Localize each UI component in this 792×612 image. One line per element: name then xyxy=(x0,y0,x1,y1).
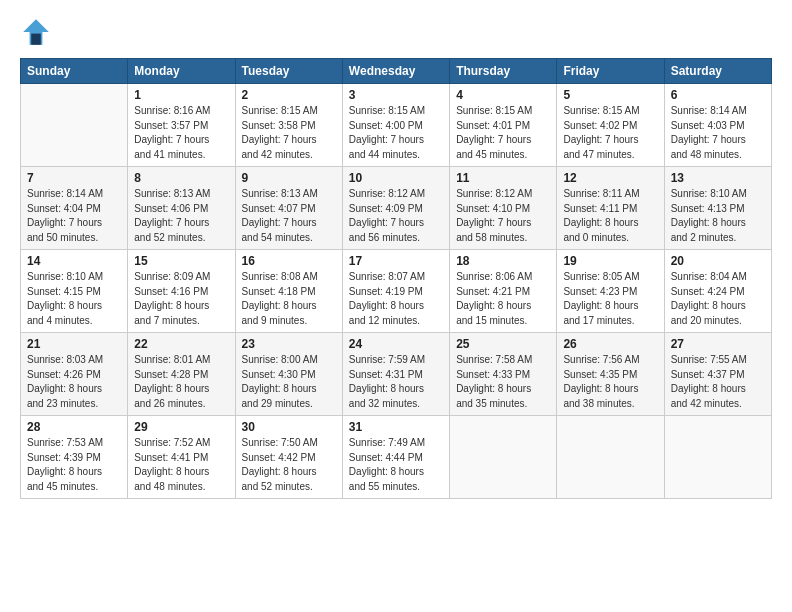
weekday-monday: Monday xyxy=(128,59,235,84)
day-info: Sunrise: 8:15 AM Sunset: 3:58 PM Dayligh… xyxy=(242,104,336,162)
calendar-cell: 11Sunrise: 8:12 AM Sunset: 4:10 PM Dayli… xyxy=(450,167,557,250)
header xyxy=(20,16,772,48)
calendar-body: 1Sunrise: 8:16 AM Sunset: 3:57 PM Daylig… xyxy=(21,84,772,499)
day-number: 14 xyxy=(27,254,121,268)
day-number: 11 xyxy=(456,171,550,185)
day-info: Sunrise: 8:13 AM Sunset: 4:07 PM Dayligh… xyxy=(242,187,336,245)
day-info: Sunrise: 7:49 AM Sunset: 4:44 PM Dayligh… xyxy=(349,436,443,494)
day-info: Sunrise: 8:01 AM Sunset: 4:28 PM Dayligh… xyxy=(134,353,228,411)
calendar-cell: 14Sunrise: 8:10 AM Sunset: 4:15 PM Dayli… xyxy=(21,250,128,333)
calendar-header: SundayMondayTuesdayWednesdayThursdayFrid… xyxy=(21,59,772,84)
calendar-cell: 1Sunrise: 8:16 AM Sunset: 3:57 PM Daylig… xyxy=(128,84,235,167)
calendar-cell: 8Sunrise: 8:13 AM Sunset: 4:06 PM Daylig… xyxy=(128,167,235,250)
day-info: Sunrise: 8:06 AM Sunset: 4:21 PM Dayligh… xyxy=(456,270,550,328)
day-number: 26 xyxy=(563,337,657,351)
day-info: Sunrise: 8:08 AM Sunset: 4:18 PM Dayligh… xyxy=(242,270,336,328)
day-info: Sunrise: 8:12 AM Sunset: 4:09 PM Dayligh… xyxy=(349,187,443,245)
day-number: 25 xyxy=(456,337,550,351)
calendar-cell: 12Sunrise: 8:11 AM Sunset: 4:11 PM Dayli… xyxy=(557,167,664,250)
calendar-cell: 21Sunrise: 8:03 AM Sunset: 4:26 PM Dayli… xyxy=(21,333,128,416)
calendar-cell: 25Sunrise: 7:58 AM Sunset: 4:33 PM Dayli… xyxy=(450,333,557,416)
calendar-cell: 27Sunrise: 7:55 AM Sunset: 4:37 PM Dayli… xyxy=(664,333,771,416)
day-number: 10 xyxy=(349,171,443,185)
calendar-cell: 28Sunrise: 7:53 AM Sunset: 4:39 PM Dayli… xyxy=(21,416,128,499)
calendar-cell: 20Sunrise: 8:04 AM Sunset: 4:24 PM Dayli… xyxy=(664,250,771,333)
day-number: 30 xyxy=(242,420,336,434)
day-info: Sunrise: 8:00 AM Sunset: 4:30 PM Dayligh… xyxy=(242,353,336,411)
calendar-cell: 17Sunrise: 8:07 AM Sunset: 4:19 PM Dayli… xyxy=(342,250,449,333)
day-number: 2 xyxy=(242,88,336,102)
calendar-cell: 19Sunrise: 8:05 AM Sunset: 4:23 PM Dayli… xyxy=(557,250,664,333)
day-info: Sunrise: 8:13 AM Sunset: 4:06 PM Dayligh… xyxy=(134,187,228,245)
calendar-cell: 24Sunrise: 7:59 AM Sunset: 4:31 PM Dayli… xyxy=(342,333,449,416)
day-info: Sunrise: 8:10 AM Sunset: 4:15 PM Dayligh… xyxy=(27,270,121,328)
calendar-cell: 9Sunrise: 8:13 AM Sunset: 4:07 PM Daylig… xyxy=(235,167,342,250)
day-info: Sunrise: 7:52 AM Sunset: 4:41 PM Dayligh… xyxy=(134,436,228,494)
calendar-cell: 23Sunrise: 8:00 AM Sunset: 4:30 PM Dayli… xyxy=(235,333,342,416)
day-info: Sunrise: 8:16 AM Sunset: 3:57 PM Dayligh… xyxy=(134,104,228,162)
calendar-cell: 6Sunrise: 8:14 AM Sunset: 4:03 PM Daylig… xyxy=(664,84,771,167)
calendar-cell: 22Sunrise: 8:01 AM Sunset: 4:28 PM Dayli… xyxy=(128,333,235,416)
day-info: Sunrise: 8:15 AM Sunset: 4:02 PM Dayligh… xyxy=(563,104,657,162)
day-number: 20 xyxy=(671,254,765,268)
weekday-saturday: Saturday xyxy=(664,59,771,84)
day-number: 5 xyxy=(563,88,657,102)
day-info: Sunrise: 7:59 AM Sunset: 4:31 PM Dayligh… xyxy=(349,353,443,411)
day-number: 1 xyxy=(134,88,228,102)
logo-icon xyxy=(20,16,52,48)
day-number: 3 xyxy=(349,88,443,102)
day-info: Sunrise: 8:14 AM Sunset: 4:03 PM Dayligh… xyxy=(671,104,765,162)
calendar-week-2: 7Sunrise: 8:14 AM Sunset: 4:04 PM Daylig… xyxy=(21,167,772,250)
weekday-header-row: SundayMondayTuesdayWednesdayThursdayFrid… xyxy=(21,59,772,84)
calendar-cell: 4Sunrise: 8:15 AM Sunset: 4:01 PM Daylig… xyxy=(450,84,557,167)
day-number: 22 xyxy=(134,337,228,351)
day-info: Sunrise: 8:15 AM Sunset: 4:01 PM Dayligh… xyxy=(456,104,550,162)
day-info: Sunrise: 8:03 AM Sunset: 4:26 PM Dayligh… xyxy=(27,353,121,411)
day-number: 6 xyxy=(671,88,765,102)
calendar-week-5: 28Sunrise: 7:53 AM Sunset: 4:39 PM Dayli… xyxy=(21,416,772,499)
day-number: 28 xyxy=(27,420,121,434)
weekday-tuesday: Tuesday xyxy=(235,59,342,84)
day-number: 8 xyxy=(134,171,228,185)
page: SundayMondayTuesdayWednesdayThursdayFrid… xyxy=(0,0,792,612)
calendar-cell: 26Sunrise: 7:56 AM Sunset: 4:35 PM Dayli… xyxy=(557,333,664,416)
calendar-cell: 15Sunrise: 8:09 AM Sunset: 4:16 PM Dayli… xyxy=(128,250,235,333)
day-number: 17 xyxy=(349,254,443,268)
calendar-cell xyxy=(450,416,557,499)
day-number: 24 xyxy=(349,337,443,351)
weekday-wednesday: Wednesday xyxy=(342,59,449,84)
day-number: 13 xyxy=(671,171,765,185)
weekday-thursday: Thursday xyxy=(450,59,557,84)
calendar-week-3: 14Sunrise: 8:10 AM Sunset: 4:15 PM Dayli… xyxy=(21,250,772,333)
day-info: Sunrise: 8:15 AM Sunset: 4:00 PM Dayligh… xyxy=(349,104,443,162)
calendar-cell xyxy=(21,84,128,167)
calendar-cell: 13Sunrise: 8:10 AM Sunset: 4:13 PM Dayli… xyxy=(664,167,771,250)
calendar-cell: 29Sunrise: 7:52 AM Sunset: 4:41 PM Dayli… xyxy=(128,416,235,499)
calendar-cell: 16Sunrise: 8:08 AM Sunset: 4:18 PM Dayli… xyxy=(235,250,342,333)
calendar-cell: 3Sunrise: 8:15 AM Sunset: 4:00 PM Daylig… xyxy=(342,84,449,167)
calendar-cell: 10Sunrise: 8:12 AM Sunset: 4:09 PM Dayli… xyxy=(342,167,449,250)
day-number: 12 xyxy=(563,171,657,185)
day-info: Sunrise: 8:10 AM Sunset: 4:13 PM Dayligh… xyxy=(671,187,765,245)
day-number: 29 xyxy=(134,420,228,434)
weekday-friday: Friday xyxy=(557,59,664,84)
weekday-sunday: Sunday xyxy=(21,59,128,84)
calendar-week-4: 21Sunrise: 8:03 AM Sunset: 4:26 PM Dayli… xyxy=(21,333,772,416)
day-info: Sunrise: 8:05 AM Sunset: 4:23 PM Dayligh… xyxy=(563,270,657,328)
svg-rect-1 xyxy=(31,34,41,45)
day-info: Sunrise: 8:04 AM Sunset: 4:24 PM Dayligh… xyxy=(671,270,765,328)
day-info: Sunrise: 7:50 AM Sunset: 4:42 PM Dayligh… xyxy=(242,436,336,494)
day-number: 7 xyxy=(27,171,121,185)
calendar-cell: 5Sunrise: 8:15 AM Sunset: 4:02 PM Daylig… xyxy=(557,84,664,167)
day-number: 21 xyxy=(27,337,121,351)
calendar-table: SundayMondayTuesdayWednesdayThursdayFrid… xyxy=(20,58,772,499)
day-info: Sunrise: 8:11 AM Sunset: 4:11 PM Dayligh… xyxy=(563,187,657,245)
day-number: 27 xyxy=(671,337,765,351)
day-info: Sunrise: 8:14 AM Sunset: 4:04 PM Dayligh… xyxy=(27,187,121,245)
calendar-cell: 2Sunrise: 8:15 AM Sunset: 3:58 PM Daylig… xyxy=(235,84,342,167)
day-info: Sunrise: 8:07 AM Sunset: 4:19 PM Dayligh… xyxy=(349,270,443,328)
day-info: Sunrise: 7:58 AM Sunset: 4:33 PM Dayligh… xyxy=(456,353,550,411)
calendar-cell xyxy=(557,416,664,499)
calendar-cell xyxy=(664,416,771,499)
logo xyxy=(20,16,56,48)
